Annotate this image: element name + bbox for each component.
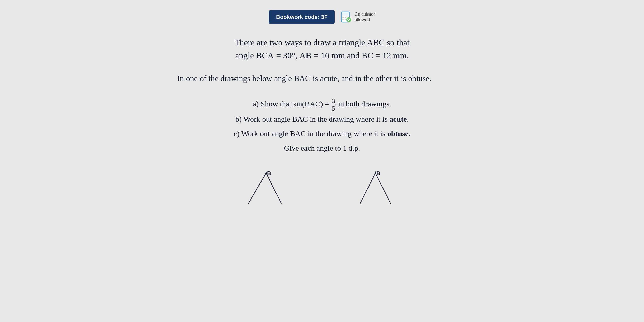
svg-line-14 <box>360 173 375 204</box>
diagrams-row: B B <box>170 171 474 206</box>
intro-line1: There are two ways to draw a triangle AB… <box>234 38 409 47</box>
calculator-text: Calculator allowed <box>355 12 375 22</box>
svg-rect-2 <box>342 17 344 18</box>
svg-marker-16 <box>374 171 376 174</box>
intro-line2: angle BCA = 30°, AB = 10 mm and BC = 12 … <box>235 51 409 60</box>
obtuse-label: obtuse <box>387 129 408 138</box>
calculator-label: Calculator <box>355 12 375 17</box>
calculator-sublabel: allowed <box>355 17 375 22</box>
bookwork-badge: Bookwork code: 3F <box>269 10 335 24</box>
acute-label: acute <box>389 115 407 123</box>
svg-rect-3 <box>345 17 346 18</box>
part-c: c) Work out angle BAC in the drawing whe… <box>170 126 474 141</box>
part-b: b) Work out angle BAC in the drawing whe… <box>170 112 474 126</box>
question-body: There are two ways to draw a triangle AB… <box>170 36 474 206</box>
part-a: a) Show that sin(BAC) = 35 in both drawi… <box>170 97 474 112</box>
diagram-left: B <box>241 171 297 206</box>
svg-line-11 <box>266 173 281 204</box>
calculator-allowed-section: Calculator allowed <box>341 11 375 23</box>
secondary-text: In one of the drawings below angle BAC i… <box>170 72 474 84</box>
svg-rect-1 <box>342 13 348 16</box>
note: Give each angle to 1 d.p. <box>170 141 474 155</box>
svg-text:B: B <box>267 171 271 176</box>
svg-rect-6 <box>345 19 346 20</box>
svg-text:B: B <box>376 171 380 176</box>
svg-line-10 <box>248 173 266 204</box>
parts-list: a) Show that sin(BAC) = 35 in both drawi… <box>170 97 474 155</box>
header-bar: Bookwork code: 3F Calculator allowed <box>269 10 375 24</box>
diagram-right: B <box>347 171 403 206</box>
svg-rect-5 <box>342 19 344 20</box>
fraction-3-5: 35 <box>331 98 335 112</box>
calculator-icon <box>341 11 352 23</box>
intro-text: There are two ways to draw a triangle AB… <box>170 36 474 62</box>
svg-line-15 <box>375 173 391 204</box>
svg-marker-12 <box>265 171 267 174</box>
